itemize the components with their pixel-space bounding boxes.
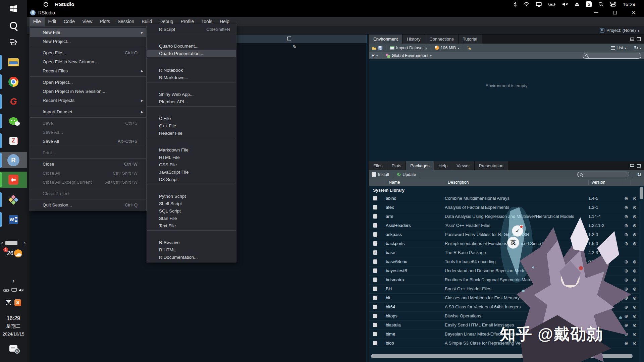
chevron-down-icon[interactable] <box>425 46 427 50</box>
tab[interactable]: Packages <box>406 161 434 170</box>
column-header-description[interactable]: Description <box>445 180 588 185</box>
package-remove-icon[interactable] <box>631 223 639 229</box>
package-remove-icon[interactable] <box>631 204 639 210</box>
file-menu-item[interactable]: Close All Ctrl+Shift+W <box>30 169 146 178</box>
save-workspace-icon[interactable] <box>378 46 382 50</box>
new-file-menu-item[interactable]: Quarto Presentation... <box>147 50 236 57</box>
environment-search-input[interactable] <box>590 54 629 58</box>
package-remove-icon[interactable] <box>631 268 639 274</box>
package-website-icon[interactable] <box>622 313 631 319</box>
ime-english-badge[interactable]: 英 <box>507 237 519 249</box>
refresh-icon[interactable] <box>637 172 641 177</box>
active-app-circle-icon[interactable] <box>44 2 48 7</box>
notification-center[interactable]: 6 <box>0 345 27 352</box>
package-remove-icon[interactable] <box>631 304 639 310</box>
menu-bar-item[interactable]: Code <box>60 17 78 26</box>
clear-objects-broom-icon[interactable] <box>467 46 472 50</box>
column-header-name[interactable]: Name <box>386 180 445 185</box>
package-name-link[interactable]: askpass <box>386 232 445 238</box>
minimize-pane-icon[interactable] <box>630 164 634 167</box>
file-menu-item[interactable]: New File <box>30 28 146 37</box>
sogou-input-icon[interactable] <box>14 299 21 306</box>
dock-item-launcher[interactable] <box>0 1 27 17</box>
package-name-link[interactable]: AsioHeaders <box>386 223 445 229</box>
chevron-down-icon[interactable] <box>640 46 641 50</box>
package-website-icon[interactable] <box>622 322 631 328</box>
package-name-link[interactable]: afex <box>386 204 445 210</box>
file-menu-item[interactable]: Open File... Ctrl+O <box>30 48 146 57</box>
minimize-button[interactable] <box>594 12 598 13</box>
package-remove-icon[interactable] <box>631 331 639 337</box>
horizontal-scrollbar[interactable] <box>371 354 633 358</box>
refresh-icon[interactable] <box>634 45 638 50</box>
package-website-icon[interactable] <box>622 195 631 201</box>
package-website-icon[interactable] <box>622 241 631 247</box>
runtime-selector[interactable]: R <box>372 53 375 58</box>
package-name-link[interactable]: base64enc <box>386 259 445 265</box>
new-file-menu-item[interactable]: Text File <box>147 222 236 229</box>
new-file-menu-item[interactable]: Plumber API... <box>147 98 236 105</box>
new-file-menu-item[interactable]: JavaScript File <box>147 168 236 176</box>
package-website-icon[interactable] <box>622 259 631 265</box>
file-menu-item[interactable]: Quit Session... Ctrl+Q <box>30 200 146 209</box>
package-remove-icon[interactable] <box>631 195 639 201</box>
wifi-icon[interactable] <box>524 2 529 6</box>
menu-bar-item[interactable]: Session <box>114 17 138 26</box>
dock-item-diamond-app[interactable] <box>0 192 27 208</box>
package-website-icon[interactable] <box>622 223 631 229</box>
package-website-icon[interactable] <box>622 286 631 292</box>
package-checkbox[interactable] <box>373 341 377 345</box>
menu-bar-item[interactable]: Edit <box>45 17 60 26</box>
toggles-icon[interactable] <box>610 2 616 7</box>
file-menu-item[interactable]: Close All Except Current Alt+Ctrl+Shift+… <box>30 178 146 187</box>
ime-language-label[interactable]: 英 <box>6 299 11 306</box>
chevron-down-icon[interactable] <box>430 53 432 58</box>
package-remove-icon[interactable] <box>631 295 639 301</box>
list-view-button[interactable]: List <box>616 46 623 50</box>
volume-muted-icon[interactable] <box>562 2 568 6</box>
environment-selector[interactable]: Global Environment <box>392 53 429 58</box>
package-name-link[interactable]: blastula <box>386 322 445 328</box>
package-checkbox[interactable] <box>373 232 377 237</box>
package-name-link[interactable]: bitops <box>386 313 445 319</box>
package-checkbox[interactable] <box>373 205 377 209</box>
install-button[interactable]: Install <box>378 172 389 177</box>
dock-item-multitask[interactable] <box>0 34 27 50</box>
dock-item-search[interactable] <box>0 17 27 34</box>
dock-item-file-manager[interactable] <box>0 54 27 70</box>
new-file-menu-item[interactable]: Markdown File <box>147 146 236 154</box>
file-menu-item[interactable]: New Project... <box>30 37 146 46</box>
environment-search-box[interactable] <box>583 53 641 59</box>
package-website-icon[interactable] <box>622 340 631 346</box>
new-file-menu-item[interactable]: SQL Script <box>147 207 236 215</box>
memory-usage-button[interactable]: 106 MiB <box>441 46 456 50</box>
package-checkbox[interactable] <box>373 296 377 300</box>
package-name-link[interactable]: BH <box>386 286 445 292</box>
new-file-menu-item[interactable]: CSS File <box>147 161 236 168</box>
new-file-menu-item[interactable]: R Sweave <box>147 239 236 246</box>
package-website-icon[interactable] <box>622 295 631 301</box>
tab[interactable]: Tutorial <box>459 35 482 44</box>
new-file-menu-item[interactable]: D3 Script <box>147 176 236 183</box>
package-checkbox[interactable] <box>373 305 377 309</box>
pane-splitter[interactable] <box>367 35 367 362</box>
package-remove-icon[interactable] <box>631 214 639 220</box>
package-remove-icon[interactable] <box>631 232 639 238</box>
package-name-link[interactable]: bayestestR <box>386 268 445 274</box>
tab[interactable]: Presentation <box>475 161 508 170</box>
maximize-pane-icon[interactable] <box>637 37 641 41</box>
new-file-menu-item[interactable]: Python Script <box>147 192 236 200</box>
new-file-menu-item[interactable]: Header File <box>147 129 236 137</box>
tab[interactable]: Help <box>434 161 452 170</box>
new-file-menu-item[interactable]: R Markdown... <box>147 74 236 81</box>
update-button[interactable]: Update <box>402 172 416 177</box>
file-menu-item[interactable]: Open Project... <box>30 78 146 87</box>
import-dataset-button[interactable]: Import Dataset <box>396 46 424 50</box>
package-checkbox[interactable] <box>373 196 377 200</box>
package-remove-icon[interactable] <box>631 313 639 319</box>
new-file-menu-item[interactable]: C++ File <box>147 122 236 129</box>
dock-scroll-right-icon[interactable]: › <box>22 240 27 246</box>
package-checkbox[interactable] <box>373 278 377 282</box>
package-website-icon[interactable] <box>622 331 631 337</box>
scrollbar-thumb[interactable] <box>640 187 643 199</box>
